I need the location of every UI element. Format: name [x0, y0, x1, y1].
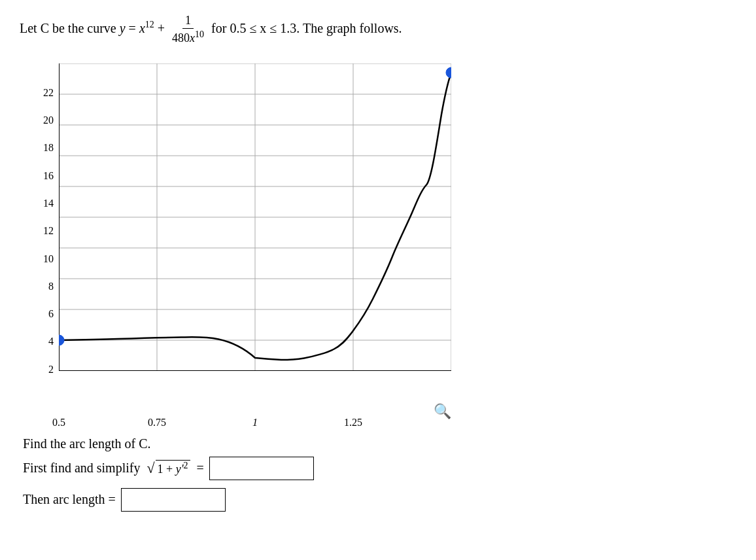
- y-label-8: 8: [48, 281, 54, 292]
- y-label-20: 20: [43, 114, 54, 126]
- x-label-0.75: 0.75: [148, 417, 166, 429]
- x-label-1: 1: [252, 417, 258, 429]
- fraction-numerator: 1: [182, 13, 194, 29]
- y-label-4: 4: [48, 336, 54, 347]
- y-label-22: 22: [43, 87, 54, 99]
- y-label-18: 18: [43, 142, 54, 154]
- first-find-line: First find and simplify √ 1 + y'2 =: [23, 457, 736, 480]
- y-axis-labels: 22 20 18 16 14 12 10 8 6 4 2: [26, 57, 59, 364]
- graph-area: [59, 63, 451, 371]
- equals-sign: =: [197, 461, 204, 476]
- y-label-6: 6: [48, 308, 54, 320]
- graph-svg: [59, 63, 451, 371]
- header-range-text: for 0.5 ≤ x ≤ 1.3. The graph follows.: [211, 21, 402, 35]
- sqrt-expression: √ 1 + y'2: [146, 460, 190, 477]
- y-label-12: 12: [43, 225, 54, 237]
- exponent-12: 12: [145, 20, 154, 29]
- questions-section: Find the arc length of C. First find and…: [23, 436, 736, 512]
- y-label-2: 2: [48, 364, 54, 376]
- then-arc-text: Then arc length =: [23, 492, 116, 507]
- first-find-text: First find and simplify: [23, 461, 140, 476]
- x-label-0.5: 0.5: [52, 417, 65, 429]
- y-label-16: 16: [43, 170, 54, 182]
- graph-container: 22 20 18 16 14 12 10 8 6 4 2: [26, 57, 471, 397]
- then-arc-line: Then arc length =: [23, 488, 736, 512]
- zoom-icon[interactable]: 🔍: [434, 403, 451, 420]
- sqrt-input[interactable]: [209, 457, 314, 480]
- y-label-14: 14: [43, 198, 54, 209]
- arc-length-input[interactable]: [121, 488, 226, 512]
- fraction: 1 480x10: [169, 13, 207, 46]
- svg-point-18: [446, 67, 451, 78]
- problem-header: Let C be the curve y = x12 + 1 480x10 fo…: [20, 13, 736, 46]
- fraction-denominator: 480x10: [169, 29, 207, 46]
- svg-point-19: [59, 335, 64, 345]
- y-label-10: 10: [43, 253, 54, 265]
- x-label-1.25: 1.25: [344, 417, 362, 429]
- find-arc-label: Find the arc length of C.: [23, 436, 736, 451]
